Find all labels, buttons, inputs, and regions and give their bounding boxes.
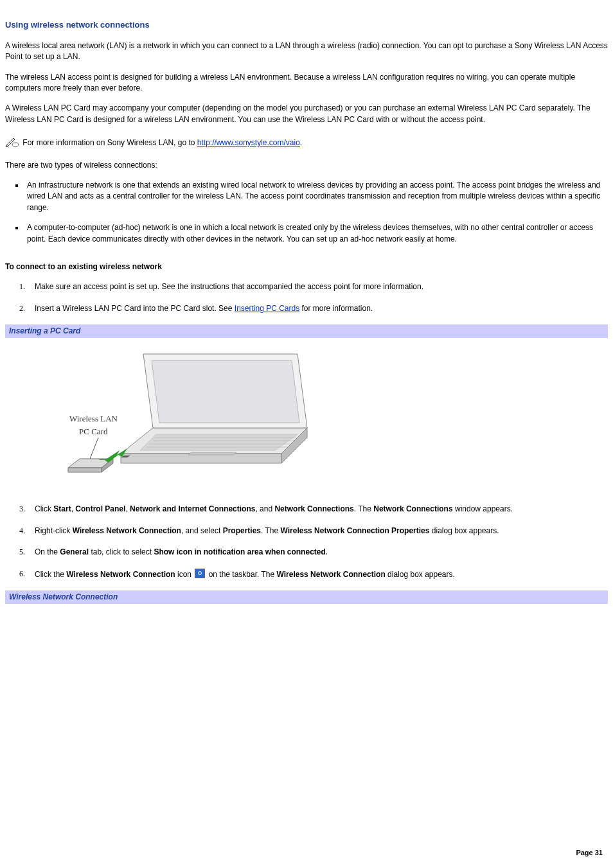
step-text: icon bbox=[175, 570, 194, 579]
step-text: On the bbox=[35, 547, 60, 556]
note-text: For more information on Sony Wireless LA… bbox=[22, 138, 197, 147]
bold-text: Network Connections bbox=[274, 504, 353, 513]
paragraph: A Wireless LAN PC Card may accompany you… bbox=[5, 103, 608, 125]
sub-heading: To connect to an existing wireless netwo… bbox=[5, 261, 608, 272]
step-text: Click bbox=[35, 504, 53, 513]
svg-marker-11 bbox=[152, 360, 299, 423]
bold-text: Show icon in notification area when conn… bbox=[154, 547, 325, 556]
pencil-note-icon bbox=[5, 137, 19, 150]
step-text: , and select bbox=[181, 526, 223, 535]
list-item: An infrastructure network is one that ex… bbox=[24, 180, 608, 213]
bold-text: Wireless Network Connection bbox=[73, 526, 181, 535]
svg-text:PC Card: PC Card bbox=[79, 427, 108, 436]
page-number: Page 31 bbox=[5, 848, 608, 858]
step-text: . The bbox=[354, 504, 373, 513]
step-text: on the taskbar. The bbox=[206, 570, 276, 579]
step-text: dialog box appears. bbox=[386, 570, 455, 579]
step-item: Click the Wireless Network Connection ic… bbox=[35, 569, 608, 580]
ordered-steps: Make sure an access point is set up. See… bbox=[5, 281, 608, 314]
bold-text: Properties bbox=[223, 526, 261, 535]
step-item: Make sure an access point is set up. See… bbox=[35, 281, 608, 292]
step-text: Insert a Wireless LAN PC Card into the P… bbox=[35, 304, 235, 313]
ordered-steps: Click Start, Control Panel, Network and … bbox=[5, 504, 608, 580]
bold-text: General bbox=[60, 547, 89, 556]
svg-marker-4 bbox=[140, 434, 298, 450]
bullet-list: An infrastructure network is one that ex… bbox=[5, 180, 608, 245]
note-text: . bbox=[300, 138, 302, 147]
figure-caption: Inserting a PC Card bbox=[5, 324, 608, 338]
paragraph: The wireless LAN access point is designe… bbox=[5, 72, 608, 94]
svg-text:Wireless LAN: Wireless LAN bbox=[69, 414, 118, 423]
step-text: Right-click bbox=[35, 526, 73, 535]
svg-line-20 bbox=[90, 438, 98, 459]
bold-text: Network and Internet Connections bbox=[130, 504, 255, 513]
step-text: . The bbox=[261, 526, 280, 535]
paragraph: A wireless local area network (LAN) is a… bbox=[5, 40, 608, 63]
step-text: Click the bbox=[35, 570, 66, 579]
bold-text: Network Connections bbox=[373, 504, 452, 513]
step-text: , and bbox=[255, 504, 274, 513]
step-item: Right-click Wireless Network Connection,… bbox=[35, 526, 608, 536]
bold-text: Control Panel bbox=[75, 504, 125, 513]
svg-marker-14 bbox=[68, 468, 102, 472]
figure-pc-card: Wireless LAN PC Card bbox=[5, 338, 608, 504]
wireless-connection-taskbar-icon bbox=[195, 569, 205, 578]
step-text: for more information. bbox=[299, 304, 373, 313]
step-text: dialog box appears. bbox=[429, 526, 499, 535]
paragraph: There are two types of wireless connecti… bbox=[5, 160, 608, 171]
figure-caption: Wireless Network Connection bbox=[5, 590, 608, 604]
sony-style-link[interactable]: http://www.sonystyle.com/vaio bbox=[197, 138, 300, 147]
svg-marker-9 bbox=[188, 452, 236, 455]
bold-text: Wireless Network Connection Properties bbox=[281, 526, 430, 535]
bold-text: Wireless Network Connection bbox=[66, 570, 175, 579]
step-text: . bbox=[326, 547, 328, 556]
step-item: Click Start, Control Panel, Network and … bbox=[35, 504, 608, 515]
bold-text: Wireless Network Connection bbox=[277, 570, 386, 579]
page-heading: Using wireless network connections bbox=[5, 19, 608, 31]
step-item: On the General tab, click to select Show… bbox=[35, 547, 608, 558]
list-item: A computer-to-computer (ad-hoc) network … bbox=[24, 222, 608, 245]
step-text: window appears. bbox=[453, 504, 513, 513]
svg-point-0 bbox=[12, 143, 19, 146]
inserting-pc-cards-link[interactable]: Inserting PC Cards bbox=[235, 304, 299, 313]
step-item: Insert a Wireless LAN PC Card into the P… bbox=[35, 303, 608, 314]
bold-text: Start bbox=[53, 504, 71, 513]
step-text: tab, click to select bbox=[89, 547, 154, 556]
note: For more information on Sony Wireless LA… bbox=[5, 137, 608, 150]
